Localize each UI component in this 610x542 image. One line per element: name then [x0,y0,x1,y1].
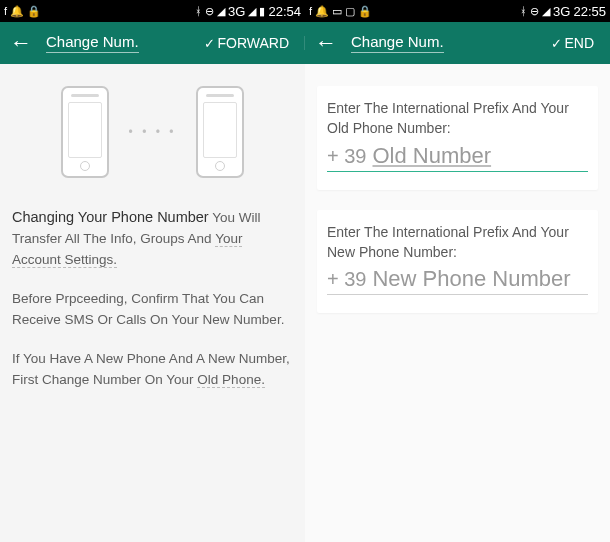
signal-icon: ◢ [248,6,256,17]
signal-label: 3G [553,4,570,19]
battery-icon: ▮ [259,6,265,17]
clock-right: 22:55 [573,4,606,19]
end-button[interactable]: ✓ END [551,35,604,51]
clock-left: 22:54 [268,4,301,19]
page-title-left: Change Num. [46,33,139,53]
status-left: f 🔔 🔒 ᚼ ⊖ ◢ 3G ◢ ▮ 22:54 [0,4,305,19]
info-line: If You Have A New Phone And A New [12,351,235,366]
facebook-icon: f [309,6,312,17]
check-icon: ✓ [551,36,562,51]
header-left: ← Change Num. ✓ FORWARD [0,28,305,58]
lock-icon: 🔒 [27,6,41,17]
new-phone-icon [196,86,244,178]
label-line: Old Phone Number: [327,120,451,136]
old-number-group: Enter The International Prefix And Your … [317,86,598,190]
old-phone-icon [61,86,109,178]
new-number-placeholder[interactable]: New Phone Number [372,266,570,292]
content-area: • • • • Changing Your Phone Number You W… [0,64,610,542]
new-number-label: Enter The International Prefix And Your … [327,222,588,263]
new-number-group: Enter The International Prefix And Your … [317,210,598,314]
info-line: Number. [233,312,284,327]
forward-button[interactable]: ✓ FORWARD [204,35,299,51]
end-label: END [564,35,594,51]
transfer-dots-icon: • • • • [129,125,177,139]
bell-icon: 🔔 [10,6,24,17]
header-right: ← Change Num. ✓ END [305,28,610,58]
info-block-2: Before Prpceeding, Confirm That You Can … [12,289,293,331]
dnd-icon: ⊖ [205,6,214,17]
new-number-input[interactable]: + 39 New Phone Number [327,266,588,295]
form-pane: Enter The International Prefix And Your … [305,64,610,542]
country-prefix[interactable]: + 39 [327,268,366,291]
back-arrow-icon[interactable]: ← [311,28,341,58]
check-icon: ✓ [204,36,215,51]
info-pane: • • • • Changing Your Phone Number You W… [0,64,305,542]
signal-label: 3G [228,4,245,19]
bluetooth-icon: ᚼ [520,6,527,17]
back-arrow-icon[interactable]: ← [6,28,36,58]
info-heading: Changing Your Phone Number [12,209,209,225]
label-line: Enter The International Prefix And Your [327,224,569,240]
image-icon: ▢ [345,6,355,17]
wifi-icon: ◢ [542,6,550,17]
country-prefix[interactable]: + 39 [327,145,366,168]
old-number-input[interactable]: + 39 Old Number [327,143,588,172]
bell-icon: 🔔 [315,6,329,17]
info-line: Receive SMS Or Calls On Your New [12,312,230,327]
status-right: f 🔔 ▭ ▢ 🔒 ᚼ ⊖ ◢ 3G 22:55 [305,4,610,19]
phone-transfer-illustration: • • • • [12,86,293,178]
app-header: ← Change Num. ✓ FORWARD ← Change Num. ✓ … [0,22,610,64]
facebook-icon: f [4,6,7,17]
label-line: New Phone Number: [327,244,457,260]
message-icon: ▭ [332,6,342,17]
info-emph: Old Phone. [197,372,265,388]
info-line: Before Prpceeding, Confirm That You Can [12,291,264,306]
dnd-icon: ⊖ [530,6,539,17]
page-title-right: Change Num. [351,33,444,53]
info-block-3: If You Have A New Phone And A New Number… [12,349,293,391]
bluetooth-icon: ᚼ [195,6,202,17]
old-number-label: Enter The International Prefix And Your … [327,98,588,139]
lock-icon: 🔒 [358,6,372,17]
wifi-icon: ◢ [217,6,225,17]
status-bar: f 🔔 🔒 ᚼ ⊖ ◢ 3G ◢ ▮ 22:54 f 🔔 ▭ ▢ 🔒 ᚼ ⊖ ◢… [0,0,610,22]
info-block-1: Changing Your Phone Number You Will Tran… [12,206,293,271]
old-number-placeholder[interactable]: Old Number [372,143,491,169]
forward-label: FORWARD [217,35,289,51]
label-line: Enter The International Prefix And Your [327,100,569,116]
